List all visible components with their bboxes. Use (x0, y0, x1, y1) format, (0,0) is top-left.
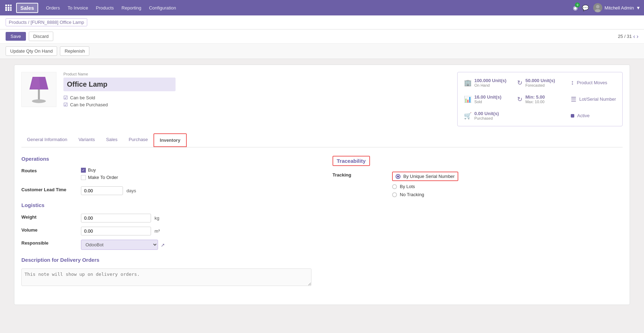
weight-input[interactable] (81, 214, 151, 222)
user-menu[interactable]: Mitchell Admin ▼ (593, 3, 640, 12)
purchased-value: 0.00 Unit(s) (474, 111, 499, 116)
routes-field: Routes ✓ Buy Make To Order (21, 167, 311, 182)
on-hand-value: 100.000 Unit(s) (474, 78, 507, 83)
tracking-option-serial[interactable]: By Unique Serial Number (392, 172, 623, 181)
tracking-field: Tracking By Unique Serial Number By Lots (333, 172, 623, 197)
avatar (593, 3, 602, 12)
stat-sold[interactable]: 📊 16.00 Unit(s) Sold (461, 92, 512, 106)
stat-purchased[interactable]: 🛒 0.00 Unit(s) Purchased (461, 109, 512, 122)
nav-links: Orders To Invoice Products Reporting Con… (45, 4, 573, 12)
svg-rect-12 (38, 89, 40, 101)
active-dot-icon (571, 114, 574, 118)
tab-sales[interactable]: Sales (101, 133, 123, 147)
volume-input[interactable] (81, 227, 151, 235)
nav-configuration[interactable]: Configuration (148, 4, 177, 12)
stat-active[interactable]: Active (568, 109, 619, 122)
weight-unit: kg (155, 215, 159, 221)
tracking-option-none[interactable]: No Tracking (392, 192, 623, 197)
nav-orders[interactable]: Orders (45, 4, 61, 12)
app-name[interactable]: Sales (16, 3, 38, 13)
pager-text: 25 / 31 (618, 34, 632, 39)
breadcrumb-link[interactable]: Products / [FURN_8888] Office Lamp (6, 18, 87, 26)
external-link-icon[interactable]: ➚ (161, 242, 165, 248)
pager-next[interactable]: › (637, 33, 638, 40)
product-name-input[interactable] (63, 78, 176, 91)
notification-badge: 9 (575, 2, 580, 7)
svg-point-9 (596, 5, 600, 8)
description-title: Description for Delivery Orders (21, 257, 311, 263)
lead-time-field: Customer Lead Time days (21, 186, 311, 195)
grid-icon[interactable] (4, 3, 13, 13)
tracking-options: By Unique Serial Number By Lots No Track… (392, 172, 623, 197)
traceability-section: Traceability Tracking By Unique Serial N… (333, 156, 623, 287)
tracking-label: Tracking (333, 172, 389, 178)
arrows-icon: ↕ (571, 79, 574, 86)
forecasted-value: 50.000 Unit(s) (525, 78, 555, 83)
nav-reporting[interactable]: Reporting (121, 4, 142, 12)
none-radio-circle (392, 192, 397, 197)
forecasted-label: Forecasted (525, 83, 555, 87)
stat-on-hand[interactable]: 🏢 100.000 Unit(s) On Hand (461, 76, 512, 89)
can-be-sold-label: Can be Sold (70, 95, 95, 100)
can-be-purchased-row: ☑ Can be Purchased (63, 102, 450, 107)
inventory-tab-content: Operations Routes ✓ Buy Make To Order (21, 156, 623, 287)
tab-inventory[interactable]: Inventory (153, 133, 187, 147)
svg-rect-4 (8, 7, 9, 9)
can-be-purchased-label: Can be Purchased (70, 102, 108, 107)
none-option-label: No Tracking (400, 192, 424, 197)
can-be-sold-check-icon: ☑ (63, 95, 68, 100)
save-button[interactable]: Save (6, 32, 26, 41)
svg-rect-1 (8, 5, 9, 6)
active-label: Active (577, 113, 589, 118)
make-to-order-label: Make To Order (88, 175, 118, 180)
responsible-select[interactable]: OdooBot (81, 240, 158, 250)
svg-point-13 (32, 99, 46, 103)
serial-radio-circle (396, 174, 400, 179)
make-to-order-checkbox[interactable] (81, 175, 86, 180)
svg-rect-8 (10, 9, 12, 11)
lots-option-label: By Lots (400, 184, 415, 189)
responsible-label: Responsible (21, 240, 77, 246)
refresh2-icon: ↻ (517, 95, 522, 103)
nav-right: ◉ 9 💬 Mitchell Admin ▼ (573, 3, 640, 12)
product-header: Product Name ☑ Can be Sold ☑ Can be Purc… (21, 72, 623, 126)
traceability-title: Traceability (333, 156, 370, 166)
description-section: Description for Delivery Orders (21, 257, 311, 287)
stat-product-moves[interactable]: ↕ Product Moves (568, 76, 619, 89)
lot-serial-label: Lot/Serial Number (579, 96, 616, 102)
volume-field: Volume m³ (21, 227, 311, 235)
description-textarea[interactable] (21, 268, 311, 286)
weight-label: Weight (21, 214, 77, 220)
tab-general-information[interactable]: General Information (21, 133, 73, 147)
nav-products[interactable]: Products (95, 4, 114, 12)
discard-button[interactable]: Discard (29, 32, 53, 41)
action-bar: Save Discard 25 / 31 ‹ › (0, 29, 644, 44)
nav-to-invoice[interactable]: To Invoice (67, 4, 89, 12)
chat-icon[interactable]: 💬 (582, 5, 589, 11)
update-qty-button[interactable]: Update Qty On Hand (6, 46, 57, 56)
svg-rect-3 (5, 7, 7, 9)
lamp-image-svg (25, 74, 53, 105)
cart-icon: 🛒 (464, 112, 472, 120)
stat-lot-serial[interactable]: ☰ Lot/Serial Number (568, 92, 619, 106)
top-navigation: Sales Orders To Invoice Products Reporti… (0, 0, 644, 15)
tab-variants[interactable]: Variants (73, 133, 101, 147)
svg-rect-6 (5, 9, 7, 11)
purchased-label: Purchased (474, 116, 499, 120)
can-be-purchased-check-icon: ☑ (63, 102, 68, 107)
stat-forecasted[interactable]: ↻ 50.000 Unit(s) Forecasted (514, 76, 565, 89)
buy-checkbox[interactable]: ✓ (81, 168, 86, 173)
replenish-button[interactable]: Replenish (60, 46, 89, 56)
tracking-option-lots[interactable]: By Lots (392, 184, 623, 189)
lead-time-label: Customer Lead Time (21, 186, 77, 192)
tab-purchase[interactable]: Purchase (123, 133, 153, 147)
user-name: Mitchell Admin (604, 5, 634, 11)
weight-field: Weight kg (21, 214, 311, 222)
stat-min-max[interactable]: ↻ Min: 5.00 Max: 10.00 (514, 92, 565, 106)
pager-prev[interactable]: ‹ (633, 33, 635, 40)
clock-icon[interactable]: ◉ 9 (573, 5, 578, 11)
volume-label: Volume (21, 227, 77, 233)
building-icon: 🏢 (464, 79, 472, 87)
lead-time-input[interactable] (81, 186, 123, 195)
svg-rect-5 (10, 7, 12, 9)
